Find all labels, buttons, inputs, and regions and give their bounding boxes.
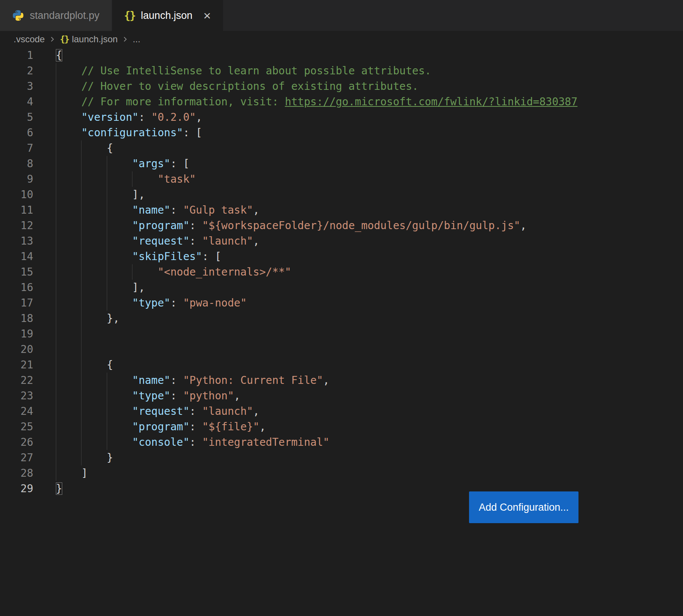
code-text: "request": "launch", xyxy=(56,233,259,249)
line-number: 29 xyxy=(0,481,33,496)
indent-guide xyxy=(56,140,56,156)
json-braces-icon: {} xyxy=(124,9,135,22)
code-token: "name" xyxy=(132,204,170,216)
line-number: 1 xyxy=(0,48,33,63)
chevron-right-icon xyxy=(49,35,56,43)
indent-guide xyxy=(107,202,107,218)
line-number: 26 xyxy=(0,434,33,450)
breadcrumb-ellipsis[interactable]: ... xyxy=(133,34,140,45)
code-token xyxy=(56,405,132,417)
code-token: , xyxy=(259,420,266,433)
code-line: 16 ], xyxy=(0,280,683,295)
indent-guide xyxy=(56,171,56,187)
indent-guide xyxy=(56,403,56,419)
code-token: : xyxy=(170,374,183,387)
code-line: 28 ] xyxy=(0,465,683,481)
code-token: "args" xyxy=(132,157,170,170)
line-number: 9 xyxy=(0,171,33,187)
code-line: 13 "request": "launch", xyxy=(0,233,683,249)
code-token: { xyxy=(107,359,113,371)
comment-link[interactable]: https://go.microsoft.com/fwlink/?linkid=… xyxy=(285,95,577,108)
code-token xyxy=(56,111,81,123)
code-text: { xyxy=(56,357,113,373)
code-token: "Python: Current File" xyxy=(183,374,323,387)
indent-guide xyxy=(56,419,56,434)
code-token xyxy=(56,95,81,108)
indent-guide xyxy=(56,373,56,388)
add-configuration-button[interactable]: Add Configuration... xyxy=(469,491,578,523)
code-token: "python" xyxy=(183,390,234,402)
line-number: 12 xyxy=(0,218,33,233)
indent-guide xyxy=(81,295,82,311)
indent-guide xyxy=(56,264,56,280)
line-number: 18 xyxy=(0,311,33,326)
indent-guide xyxy=(132,171,132,187)
code-line: 14 "skipFiles": [ xyxy=(0,249,683,264)
code-token xyxy=(56,436,132,448)
code-token xyxy=(56,219,132,232)
code-token: , xyxy=(253,405,260,417)
line-number: 11 xyxy=(0,202,33,218)
code-text: "type": "pwa-node" xyxy=(56,295,247,311)
indent-guide xyxy=(81,357,82,373)
code-token: , xyxy=(253,235,260,247)
code-token: "version" xyxy=(81,111,138,123)
line-number: 13 xyxy=(0,233,33,249)
indent-guide xyxy=(56,465,56,481)
code-line: 19 xyxy=(0,326,683,342)
line-number: 17 xyxy=(0,295,33,311)
code-token: "type" xyxy=(132,297,170,309)
indent-guide xyxy=(81,403,82,419)
code-token: , xyxy=(520,219,527,232)
code-token: "Gulp task" xyxy=(183,204,253,216)
code-token xyxy=(56,235,132,247)
code-editor[interactable]: 1{2 // Use IntelliSense to learn about p… xyxy=(0,48,683,496)
indent-guide xyxy=(81,233,82,249)
code-text: "args": [ xyxy=(56,156,189,171)
code-token: "request" xyxy=(132,405,189,417)
indent-guide xyxy=(107,233,107,249)
indent-guide xyxy=(81,419,82,434)
code-token: , xyxy=(323,374,329,387)
code-line: 11 "name": "Gulp task", xyxy=(0,202,683,218)
code-line: 25 "program": "${file}", xyxy=(0,419,683,434)
code-token: "integratedTerminal" xyxy=(202,436,329,448)
line-number: 6 xyxy=(0,125,33,140)
code-token: "skipFiles" xyxy=(132,250,202,263)
code-token: { xyxy=(56,49,62,62)
breadcrumb-file[interactable]: launch.json xyxy=(72,34,117,45)
line-number: 19 xyxy=(0,326,33,342)
code-token: : xyxy=(170,297,183,309)
indent-guide xyxy=(56,357,56,373)
indent-guide xyxy=(81,280,82,295)
code-token: : xyxy=(189,405,202,417)
close-icon[interactable]: × xyxy=(203,9,211,22)
code-line: 15 "<node_internals>/**" xyxy=(0,264,683,280)
code-line: 10 ], xyxy=(0,187,683,202)
indent-guide xyxy=(81,434,82,450)
indent-guide xyxy=(81,249,82,264)
line-number: 23 xyxy=(0,388,33,403)
indent-guide xyxy=(107,373,107,388)
code-token: "0.2.0" xyxy=(151,111,196,123)
code-line: 9 "task" xyxy=(0,171,683,187)
indent-guide xyxy=(107,249,107,264)
indent-guide xyxy=(56,202,56,218)
code-token xyxy=(56,281,132,294)
code-line: 4 // For more information, visit: https:… xyxy=(0,94,683,109)
code-token: ] xyxy=(81,467,88,479)
code-token xyxy=(56,188,132,201)
indent-guide xyxy=(56,326,56,342)
code-token xyxy=(56,390,132,402)
breadcrumb-folder[interactable]: .vscode xyxy=(14,34,45,45)
tab-standardplot-py[interactable]: standardplot.py xyxy=(0,0,112,31)
line-number: 4 xyxy=(0,94,33,109)
indent-guide xyxy=(56,218,56,233)
code-token: "task" xyxy=(158,173,196,185)
indent-guide xyxy=(56,79,56,94)
code-token xyxy=(56,374,132,387)
tab-launch-json[interactable]: {} launch.json × xyxy=(112,0,223,31)
line-number: 3 xyxy=(0,79,33,94)
code-text: ], xyxy=(56,280,145,295)
code-line: 18 }, xyxy=(0,311,683,326)
